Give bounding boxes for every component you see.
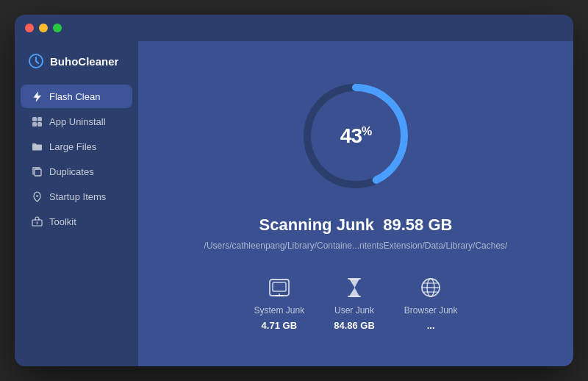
svg-rect-0 bbox=[32, 117, 37, 121]
stat-user-junk: User Junk 84.86 GB bbox=[334, 274, 375, 331]
svg-rect-1 bbox=[37, 117, 42, 121]
nav-label-large-files: Large Files bbox=[49, 141, 96, 152]
main-layout: BuhoCleaner Flash Clean bbox=[15, 41, 573, 366]
app-name: BuhoCleaner bbox=[50, 55, 118, 68]
titlebar bbox=[15, 15, 573, 41]
minimize-button[interactable] bbox=[39, 24, 48, 32]
stat-browser-junk: Browser Junk ... bbox=[404, 274, 458, 331]
nav-label-startup-items: Startup Items bbox=[49, 191, 106, 202]
percent-sign: % bbox=[362, 124, 371, 137]
sidebar-item-flash-clean[interactable]: Flash Clean bbox=[21, 85, 132, 108]
nav-label-toolkit: Toolkit bbox=[49, 216, 76, 227]
app-logo: BuhoCleaner bbox=[15, 53, 138, 84]
nav-label-duplicates: Duplicates bbox=[49, 166, 94, 177]
scanning-size-text: 89.58 GB bbox=[383, 216, 452, 234]
progress-ring-container: 43% bbox=[297, 77, 415, 195]
rocket-icon bbox=[31, 190, 43, 202]
browser-junk-icon bbox=[417, 274, 444, 301]
stats-row: System Junk 4.71 GB User Junk bbox=[254, 274, 457, 331]
toolkit-icon bbox=[31, 216, 43, 227]
svg-rect-11 bbox=[273, 282, 286, 291]
logo-icon bbox=[28, 53, 44, 69]
app-window: BuhoCleaner Flash Clean bbox=[15, 15, 573, 366]
scanning-label-text: Scanning Junk bbox=[259, 216, 374, 234]
scanning-path: /Users/cathleenpang/Library/Containe...n… bbox=[204, 241, 508, 251]
content-area: 43% Scanning Junk 89.58 GB /Users/cathle… bbox=[138, 41, 573, 366]
sidebar-item-app-uninstall[interactable]: App Uninstall bbox=[21, 110, 132, 133]
browser-junk-label: Browser Junk bbox=[404, 305, 458, 316]
app-icon bbox=[31, 115, 43, 127]
bolt-icon bbox=[31, 90, 43, 102]
sidebar-item-large-files[interactable]: Large Files bbox=[21, 135, 132, 158]
svg-rect-2 bbox=[32, 122, 37, 127]
stat-system-junk: System Junk 4.71 GB bbox=[254, 274, 304, 331]
progress-percent: 43 bbox=[340, 124, 362, 147]
sidebar-item-startup-items[interactable]: Startup Items bbox=[21, 185, 132, 208]
svg-rect-3 bbox=[37, 122, 42, 127]
maximize-button[interactable] bbox=[53, 24, 62, 32]
browser-junk-value: ... bbox=[427, 320, 435, 331]
nav-label-flash-clean: Flash Clean bbox=[49, 91, 100, 102]
progress-text: 43% bbox=[340, 124, 371, 148]
nav-label-app-uninstall: App Uninstall bbox=[49, 116, 106, 127]
user-junk-value: 84.86 GB bbox=[334, 320, 375, 331]
sidebar: BuhoCleaner Flash Clean bbox=[15, 41, 138, 366]
svg-point-5 bbox=[36, 195, 38, 197]
sidebar-item-toolkit[interactable]: Toolkit bbox=[21, 210, 132, 233]
folder-icon bbox=[31, 140, 43, 152]
system-junk-icon bbox=[266, 274, 293, 301]
svg-rect-4 bbox=[35, 169, 41, 176]
sidebar-item-duplicates[interactable]: Duplicates bbox=[21, 160, 132, 183]
system-junk-label: System Junk bbox=[254, 305, 304, 316]
user-junk-label: User Junk bbox=[334, 305, 374, 316]
close-button[interactable] bbox=[25, 24, 34, 32]
user-junk-icon bbox=[341, 274, 368, 301]
scanning-title: Scanning Junk 89.58 GB bbox=[259, 216, 453, 235]
copy-icon bbox=[31, 165, 43, 177]
system-junk-value: 4.71 GB bbox=[262, 320, 297, 331]
